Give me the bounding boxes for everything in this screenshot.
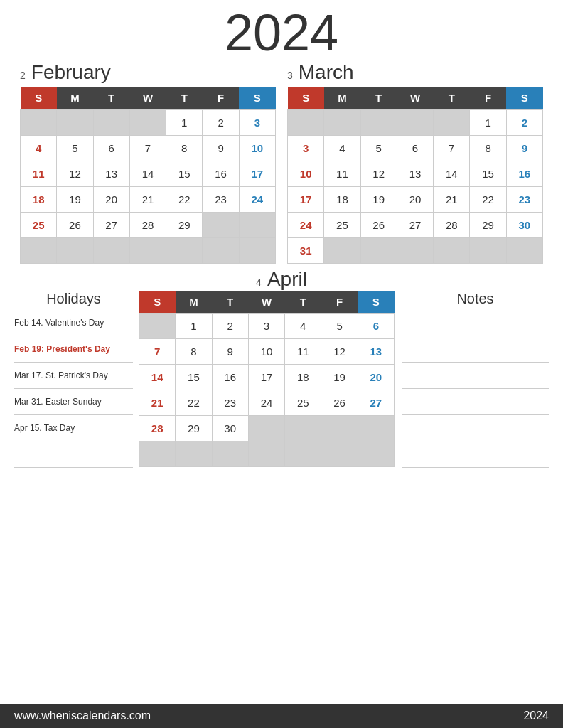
table-cell: 30 <box>212 416 248 441</box>
notes-title: Notes <box>402 291 549 307</box>
holiday-item <box>14 441 133 468</box>
table-cell: 18 <box>285 365 321 390</box>
table-cell <box>324 109 360 135</box>
table-cell: 10 <box>248 339 284 365</box>
table-cell: 24 <box>239 186 275 212</box>
table-cell: 8 <box>176 339 212 365</box>
feb-hdr-thu: T <box>166 87 203 109</box>
march-number: 3 <box>287 70 293 81</box>
table-cell <box>321 441 358 467</box>
table-cell <box>248 441 284 467</box>
table-cell: 13 <box>397 161 433 186</box>
table-cell: 13 <box>93 161 129 186</box>
table-cell: 29 <box>176 416 212 441</box>
table-cell <box>285 441 321 467</box>
holidays-column: Holidays Feb 14. Valentine's DayFeb 19: … <box>14 291 139 705</box>
table-cell <box>93 237 129 263</box>
table-cell: 28 <box>139 416 176 441</box>
april-number: 4 <box>256 277 262 288</box>
table-cell: 26 <box>57 212 93 237</box>
feb-hdr-fri: F <box>203 87 239 109</box>
note-line <box>402 336 549 363</box>
feb-hdr-sun: S <box>21 87 57 109</box>
table-cell: 28 <box>129 212 166 237</box>
table-cell: 29 <box>470 212 506 237</box>
february-table: S M T W T F S 12345678910111213141516171… <box>20 87 276 264</box>
table-cell <box>57 237 93 263</box>
table-cell <box>239 237 275 263</box>
table-cell <box>397 237 433 263</box>
table-cell: 5 <box>321 314 358 339</box>
table-cell <box>21 237 57 263</box>
table-cell: 22 <box>176 390 212 416</box>
apr-hdr-mon: M <box>176 291 212 314</box>
footer-website: www.wheniscalendars.com <box>14 710 151 722</box>
year-title: 2024 <box>0 0 563 58</box>
apr-hdr-sun: S <box>139 291 176 314</box>
table-cell: 20 <box>93 186 129 212</box>
february-calendar: 2 February S M T W T F S 123456789101 <box>20 61 276 264</box>
table-cell: 23 <box>212 390 248 416</box>
table-cell: 3 <box>248 314 284 339</box>
table-cell: 6 <box>93 135 129 161</box>
table-cell: 12 <box>360 161 397 186</box>
table-cell: 12 <box>321 339 358 365</box>
apr-hdr-wed: W <box>248 291 284 314</box>
table-cell: 6 <box>358 314 394 339</box>
table-cell: 11 <box>285 339 321 365</box>
march-calendar: 3 March S M T W T F S 123456789101112 <box>287 61 543 264</box>
february-header: 2 February <box>20 61 276 84</box>
table-cell: 22 <box>166 186 203 212</box>
table-cell: 29 <box>166 212 203 237</box>
table-cell: 18 <box>324 186 360 212</box>
table-cell: 7 <box>139 339 176 365</box>
table-cell: 21 <box>129 186 166 212</box>
note-line <box>402 310 549 336</box>
table-cell: 20 <box>358 365 394 390</box>
table-cell <box>434 237 470 263</box>
table-cell: 18 <box>21 186 57 212</box>
table-cell: 20 <box>397 186 433 212</box>
page: 2024 2 February S M T W T F S <box>0 0 563 728</box>
table-cell: 26 <box>360 212 397 237</box>
mar-hdr-mon: M <box>324 87 360 109</box>
note-line <box>402 363 549 389</box>
table-cell: 3 <box>239 109 275 135</box>
holiday-item: Apr 15. Tax Day <box>14 415 133 441</box>
holiday-item: Feb 19: President's Day <box>14 336 133 363</box>
mar-hdr-sun: S <box>288 87 324 109</box>
apr-hdr-fri: F <box>321 291 358 314</box>
march-name: March <box>299 61 354 84</box>
table-cell <box>93 109 129 135</box>
table-cell: 26 <box>321 390 358 416</box>
footer: www.wheniscalendars.com 2024 <box>0 704 563 728</box>
table-cell: 4 <box>324 135 360 161</box>
table-cell <box>285 416 321 441</box>
table-cell <box>358 441 394 467</box>
table-cell: 17 <box>248 365 284 390</box>
mar-hdr-sat: S <box>506 87 542 109</box>
footer-year: 2024 <box>523 710 549 722</box>
table-cell <box>57 109 93 135</box>
feb-hdr-sat: S <box>239 87 275 109</box>
table-cell: 17 <box>288 186 324 212</box>
table-cell: 31 <box>288 237 324 263</box>
table-cell: 27 <box>93 212 129 237</box>
table-cell: 15 <box>166 161 203 186</box>
table-cell: 25 <box>285 390 321 416</box>
table-cell: 2 <box>203 109 239 135</box>
table-cell <box>434 109 470 135</box>
table-cell: 15 <box>176 365 212 390</box>
table-cell: 24 <box>288 212 324 237</box>
table-cell: 9 <box>212 339 248 365</box>
table-cell: 13 <box>358 339 394 365</box>
table-cell: 24 <box>248 390 284 416</box>
table-cell: 16 <box>506 161 542 186</box>
table-cell: 4 <box>285 314 321 339</box>
table-cell: 2 <box>506 109 542 135</box>
table-cell: 3 <box>288 135 324 161</box>
table-cell: 4 <box>21 135 57 161</box>
table-cell: 12 <box>57 161 93 186</box>
table-cell: 25 <box>324 212 360 237</box>
holiday-item: Mar 17. St. Patrick's Day <box>14 363 133 389</box>
